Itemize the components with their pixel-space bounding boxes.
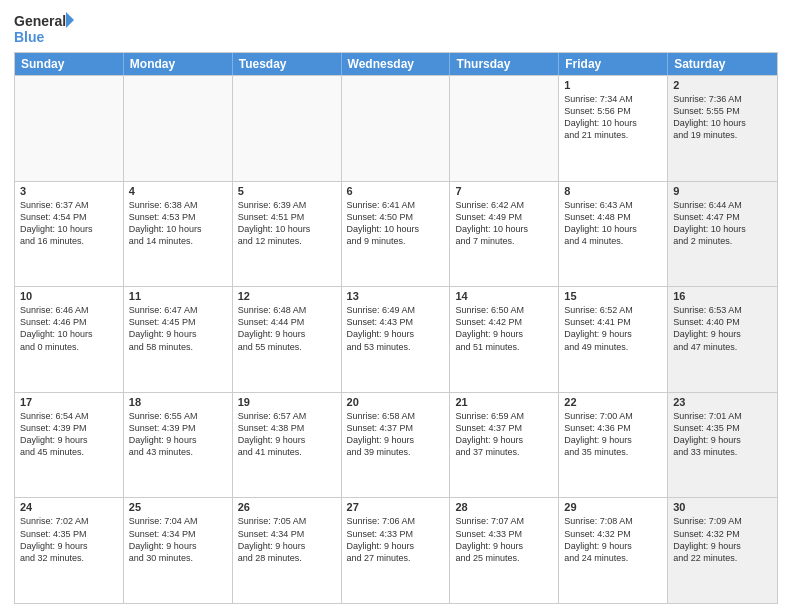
calendar-week: 24Sunrise: 7:02 AM Sunset: 4:35 PM Dayli… [15,497,777,603]
cell-info: Sunrise: 6:39 AM Sunset: 4:51 PM Dayligh… [238,199,336,248]
calendar-cell: 18Sunrise: 6:55 AM Sunset: 4:39 PM Dayli… [124,393,233,498]
calendar-cell: 13Sunrise: 6:49 AM Sunset: 4:43 PM Dayli… [342,287,451,392]
calendar-cell: 23Sunrise: 7:01 AM Sunset: 4:35 PM Dayli… [668,393,777,498]
day-number: 16 [673,290,772,302]
calendar-header-cell: Saturday [668,53,777,75]
calendar-cell: 14Sunrise: 6:50 AM Sunset: 4:42 PM Dayli… [450,287,559,392]
day-number: 30 [673,501,772,513]
calendar-cell: 3Sunrise: 6:37 AM Sunset: 4:54 PM Daylig… [15,182,124,287]
day-number: 18 [129,396,227,408]
cell-info: Sunrise: 6:53 AM Sunset: 4:40 PM Dayligh… [673,304,772,353]
cell-info: Sunrise: 6:38 AM Sunset: 4:53 PM Dayligh… [129,199,227,248]
calendar-cell: 4Sunrise: 6:38 AM Sunset: 4:53 PM Daylig… [124,182,233,287]
cell-info: Sunrise: 7:02 AM Sunset: 4:35 PM Dayligh… [20,515,118,564]
day-number: 5 [238,185,336,197]
calendar-cell: 1Sunrise: 7:34 AM Sunset: 5:56 PM Daylig… [559,76,668,181]
calendar-cell: 30Sunrise: 7:09 AM Sunset: 4:32 PM Dayli… [668,498,777,603]
calendar-cell: 15Sunrise: 6:52 AM Sunset: 4:41 PM Dayli… [559,287,668,392]
cell-info: Sunrise: 6:49 AM Sunset: 4:43 PM Dayligh… [347,304,445,353]
calendar-cell: 27Sunrise: 7:06 AM Sunset: 4:33 PM Dayli… [342,498,451,603]
cell-info: Sunrise: 6:57 AM Sunset: 4:38 PM Dayligh… [238,410,336,459]
calendar-cell [342,76,451,181]
cell-info: Sunrise: 7:09 AM Sunset: 4:32 PM Dayligh… [673,515,772,564]
page: GeneralBlue SundayMondayTuesdayWednesday… [0,0,792,612]
day-number: 3 [20,185,118,197]
day-number: 10 [20,290,118,302]
cell-info: Sunrise: 7:07 AM Sunset: 4:33 PM Dayligh… [455,515,553,564]
calendar-header-cell: Monday [124,53,233,75]
day-number: 13 [347,290,445,302]
calendar-cell: 17Sunrise: 6:54 AM Sunset: 4:39 PM Dayli… [15,393,124,498]
calendar-header-cell: Wednesday [342,53,451,75]
cell-info: Sunrise: 6:43 AM Sunset: 4:48 PM Dayligh… [564,199,662,248]
calendar-cell: 6Sunrise: 6:41 AM Sunset: 4:50 PM Daylig… [342,182,451,287]
calendar-cell: 8Sunrise: 6:43 AM Sunset: 4:48 PM Daylig… [559,182,668,287]
day-number: 8 [564,185,662,197]
day-number: 1 [564,79,662,91]
cell-info: Sunrise: 6:48 AM Sunset: 4:44 PM Dayligh… [238,304,336,353]
calendar-cell: 9Sunrise: 6:44 AM Sunset: 4:47 PM Daylig… [668,182,777,287]
day-number: 25 [129,501,227,513]
cell-info: Sunrise: 6:37 AM Sunset: 4:54 PM Dayligh… [20,199,118,248]
calendar-cell: 19Sunrise: 6:57 AM Sunset: 4:38 PM Dayli… [233,393,342,498]
calendar-header-cell: Tuesday [233,53,342,75]
day-number: 20 [347,396,445,408]
calendar-cell: 28Sunrise: 7:07 AM Sunset: 4:33 PM Dayli… [450,498,559,603]
calendar-cell: 29Sunrise: 7:08 AM Sunset: 4:32 PM Dayli… [559,498,668,603]
cell-info: Sunrise: 6:58 AM Sunset: 4:37 PM Dayligh… [347,410,445,459]
calendar-cell: 11Sunrise: 6:47 AM Sunset: 4:45 PM Dayli… [124,287,233,392]
cell-info: Sunrise: 6:55 AM Sunset: 4:39 PM Dayligh… [129,410,227,459]
cell-info: Sunrise: 6:47 AM Sunset: 4:45 PM Dayligh… [129,304,227,353]
cell-info: Sunrise: 7:34 AM Sunset: 5:56 PM Dayligh… [564,93,662,142]
day-number: 6 [347,185,445,197]
day-number: 4 [129,185,227,197]
calendar-week: 1Sunrise: 7:34 AM Sunset: 5:56 PM Daylig… [15,75,777,181]
calendar-cell: 22Sunrise: 7:00 AM Sunset: 4:36 PM Dayli… [559,393,668,498]
calendar-week: 10Sunrise: 6:46 AM Sunset: 4:46 PM Dayli… [15,286,777,392]
day-number: 11 [129,290,227,302]
logo: GeneralBlue [14,10,74,46]
day-number: 23 [673,396,772,408]
day-number: 9 [673,185,772,197]
calendar-cell: 25Sunrise: 7:04 AM Sunset: 4:34 PM Dayli… [124,498,233,603]
calendar-cell: 24Sunrise: 7:02 AM Sunset: 4:35 PM Dayli… [15,498,124,603]
day-number: 2 [673,79,772,91]
cell-info: Sunrise: 6:50 AM Sunset: 4:42 PM Dayligh… [455,304,553,353]
calendar-cell: 5Sunrise: 6:39 AM Sunset: 4:51 PM Daylig… [233,182,342,287]
cell-info: Sunrise: 6:54 AM Sunset: 4:39 PM Dayligh… [20,410,118,459]
calendar: SundayMondayTuesdayWednesdayThursdayFrid… [14,52,778,604]
day-number: 24 [20,501,118,513]
calendar-cell [124,76,233,181]
calendar-cell: 26Sunrise: 7:05 AM Sunset: 4:34 PM Dayli… [233,498,342,603]
logo-svg: GeneralBlue [14,10,74,46]
calendar-cell: 16Sunrise: 6:53 AM Sunset: 4:40 PM Dayli… [668,287,777,392]
cell-info: Sunrise: 7:04 AM Sunset: 4:34 PM Dayligh… [129,515,227,564]
day-number: 26 [238,501,336,513]
day-number: 29 [564,501,662,513]
calendar-header-cell: Friday [559,53,668,75]
calendar-cell [233,76,342,181]
cell-info: Sunrise: 7:08 AM Sunset: 4:32 PM Dayligh… [564,515,662,564]
cell-info: Sunrise: 7:01 AM Sunset: 4:35 PM Dayligh… [673,410,772,459]
calendar-body: 1Sunrise: 7:34 AM Sunset: 5:56 PM Daylig… [15,75,777,603]
calendar-cell [15,76,124,181]
day-number: 17 [20,396,118,408]
day-number: 19 [238,396,336,408]
day-number: 27 [347,501,445,513]
day-number: 7 [455,185,553,197]
cell-info: Sunrise: 6:59 AM Sunset: 4:37 PM Dayligh… [455,410,553,459]
calendar-cell: 21Sunrise: 6:59 AM Sunset: 4:37 PM Dayli… [450,393,559,498]
cell-info: Sunrise: 6:52 AM Sunset: 4:41 PM Dayligh… [564,304,662,353]
calendar-header-cell: Sunday [15,53,124,75]
cell-info: Sunrise: 7:05 AM Sunset: 4:34 PM Dayligh… [238,515,336,564]
cell-info: Sunrise: 6:46 AM Sunset: 4:46 PM Dayligh… [20,304,118,353]
calendar-cell: 2Sunrise: 7:36 AM Sunset: 5:55 PM Daylig… [668,76,777,181]
calendar-week: 3Sunrise: 6:37 AM Sunset: 4:54 PM Daylig… [15,181,777,287]
calendar-cell: 12Sunrise: 6:48 AM Sunset: 4:44 PM Dayli… [233,287,342,392]
cell-info: Sunrise: 6:44 AM Sunset: 4:47 PM Dayligh… [673,199,772,248]
calendar-week: 17Sunrise: 6:54 AM Sunset: 4:39 PM Dayli… [15,392,777,498]
cell-info: Sunrise: 7:36 AM Sunset: 5:55 PM Dayligh… [673,93,772,142]
header: GeneralBlue [14,10,778,46]
day-number: 12 [238,290,336,302]
calendar-header-cell: Thursday [450,53,559,75]
